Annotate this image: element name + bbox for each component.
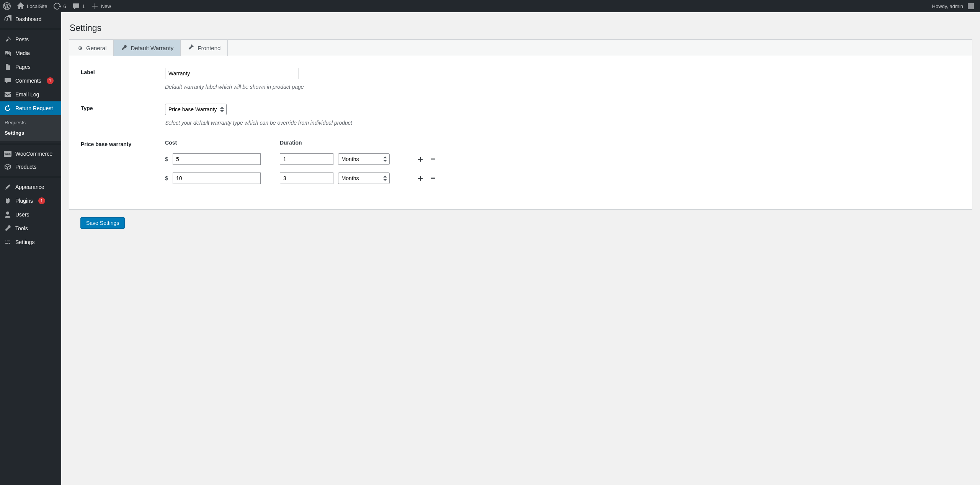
updates-count: 6 [63, 3, 66, 9]
settings-icon [4, 238, 11, 246]
submenu-requests[interactable]: Requests [0, 117, 61, 128]
updates-link[interactable]: 6 [50, 0, 69, 12]
cost-input[interactable] [173, 173, 261, 184]
submenu-settings[interactable]: Settings [0, 128, 61, 138]
menu-settings[interactable]: Settings [0, 235, 61, 249]
dashboard-icon [4, 15, 11, 23]
menu-media[interactable]: Media [0, 46, 61, 60]
users-icon [4, 211, 11, 218]
comment-icon [72, 2, 80, 10]
pbw-heading: Price base warranty [81, 140, 165, 192]
remove-row-button[interactable]: − [428, 154, 438, 164]
menu-posts-label: Posts [15, 36, 29, 42]
pbw-row: $ Months ＋ − [165, 173, 960, 184]
menu-dashboard-label: Dashboard [15, 16, 42, 22]
label-input[interactable] [165, 68, 299, 79]
menu-tools[interactable]: Tools [0, 221, 61, 235]
return-icon [4, 104, 11, 112]
settings-panel: Label Default warranty label which will … [69, 56, 972, 210]
admin-menu: Dashboard Posts Media Pages Comments 1 E… [0, 12, 61, 485]
save-settings-button[interactable]: Save Settings [80, 217, 125, 229]
menu-tools-label: Tools [15, 225, 28, 231]
tab-frontend-label: Frontend [198, 45, 220, 51]
duration-unit-select[interactable]: Months [338, 173, 390, 184]
page-icon [4, 63, 11, 71]
menu-return-request[interactable]: Return Request [0, 101, 61, 115]
pbw-row: $ Months ＋ − [165, 153, 960, 165]
tabs: General Default Warranty Frontend [69, 39, 972, 56]
duration-input[interactable] [280, 153, 333, 165]
tab-frontend[interactable]: Frontend [181, 40, 228, 56]
page-title: Settings [70, 23, 972, 33]
row-label: Label Default warranty label which will … [81, 68, 960, 90]
pbw-header: Cost Duration [165, 140, 960, 146]
menu-email-log[interactable]: Email Log [0, 88, 61, 101]
plugin-icon [4, 197, 11, 205]
home-icon [17, 2, 24, 10]
duration-input[interactable] [280, 173, 333, 184]
currency-symbol: $ [165, 156, 168, 162]
col-cost-header: Cost [165, 140, 280, 146]
menu-products[interactable]: Products [0, 160, 61, 174]
wrench-icon [121, 44, 127, 51]
plugins-badge: 1 [38, 197, 45, 204]
site-name-link[interactable]: LocalSite [14, 0, 50, 12]
site-name: LocalSite [27, 3, 47, 9]
media-icon [4, 49, 11, 57]
menu-media-label: Media [15, 50, 30, 56]
admin-bar: LocalSite 6 1 New Howdy, admin [0, 0, 980, 12]
type-select[interactable]: Price base Warranty [165, 104, 227, 115]
menu-appearance[interactable]: Appearance [0, 180, 61, 194]
avatar [968, 3, 974, 9]
new-label: New [101, 3, 111, 9]
cost-input[interactable] [173, 153, 261, 165]
menu-comments-label: Comments [15, 78, 41, 84]
wp-logo[interactable] [0, 0, 14, 12]
menu-posts[interactable]: Posts [0, 33, 61, 46]
menu-plugins[interactable]: Plugins 1 [0, 194, 61, 208]
menu-appearance-label: Appearance [15, 184, 44, 190]
hammer-icon [188, 44, 194, 51]
remove-row-button[interactable]: − [428, 173, 438, 183]
add-row-button[interactable]: ＋ [414, 154, 427, 164]
tab-general[interactable]: General [69, 40, 114, 56]
menu-woocommerce[interactable]: woo WooCommerce [0, 148, 61, 160]
tab-general-label: General [86, 45, 106, 51]
gear-icon [76, 44, 83, 51]
type-heading: Type [81, 104, 165, 126]
menu-comments[interactable]: Comments 1 [0, 74, 61, 88]
products-icon [4, 163, 11, 171]
account-link[interactable]: Howdy, admin [929, 0, 977, 12]
col-duration-header: Duration [280, 140, 414, 146]
email-icon [4, 91, 11, 98]
menu-plugins-label: Plugins [15, 198, 33, 204]
comments-badge: 1 [47, 77, 54, 84]
tab-default-warranty[interactable]: Default Warranty [114, 40, 181, 56]
content: Settings General Default Warranty Fronte… [61, 12, 980, 485]
update-icon [53, 2, 61, 10]
wordpress-icon [3, 2, 11, 10]
menu-pages[interactable]: Pages [0, 60, 61, 74]
appearance-icon [4, 183, 11, 191]
label-heading: Label [81, 68, 165, 90]
menu-woocommerce-label: WooCommerce [15, 151, 52, 157]
comments-count: 1 [82, 3, 85, 9]
add-row-button[interactable]: ＋ [414, 173, 427, 183]
menu-products-label: Products [15, 164, 36, 170]
tools-icon [4, 225, 11, 232]
menu-email-log-label: Email Log [15, 91, 39, 98]
submenu-return-request: Requests Settings [0, 115, 61, 141]
comments-link[interactable]: 1 [69, 0, 88, 12]
woo-icon: woo [4, 151, 11, 157]
menu-dashboard[interactable]: Dashboard [0, 12, 61, 26]
menu-settings-label: Settings [15, 239, 35, 245]
menu-users[interactable]: Users [0, 208, 61, 221]
currency-symbol: $ [165, 175, 168, 181]
duration-unit-select[interactable]: Months [338, 153, 390, 165]
new-content-link[interactable]: New [88, 0, 114, 12]
plus-icon [91, 2, 99, 10]
row-type: Type Price base Warranty Select your def… [81, 104, 960, 126]
label-desc: Default warranty label which will be sho… [165, 84, 960, 90]
tab-default-warranty-label: Default Warranty [131, 45, 173, 51]
type-desc: Select your default warranty type which … [165, 120, 960, 126]
